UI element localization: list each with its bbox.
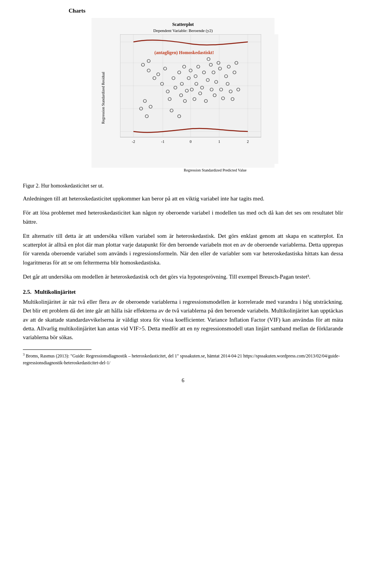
section-heading: 2.5. Multikolinjäritet [23,289,343,295]
scatterplot-subtitle: Dependent Variable: Beroende (y2) [95,28,271,33]
section-number: 2.5. [23,289,32,295]
paragraph-1: Anledningen till att heteroskedasticitet… [23,194,343,203]
svg-text:0: 0 [190,139,192,144]
scatterplot-svg: 2 1 0 -1 -2 -2 -1 0 1 2 [120,34,261,149]
scatterplot-wrapper: Scatterplot Dependent Variable: Beroende… [92,18,274,168]
y-axis-label: Regression Standardized Residual [101,74,105,124]
footnote-divider [23,349,92,350]
page-number: 6 [23,378,343,384]
footnote-text: 3 Broms, Rasmus (2013): "Guide: Regressi… [23,352,343,366]
svg-text:-2: -2 [132,139,135,144]
svg-text:-1: -1 [161,139,164,144]
svg-text:1: 1 [218,139,220,144]
paragraph-3: Ett alternativ till detta är att undersö… [23,232,343,267]
section-paragraph-1: Multikolinjäritet är när två eller flera… [23,298,343,342]
x-axis-label: Regression Standardized Predicted Value [184,168,246,172]
charts-heading: Charts [69,8,343,14]
svg-text:2: 2 [247,139,249,144]
scatterplot-area: Regression Standardized Residual [114,34,278,164]
chart-container: Scatterplot Dependent Variable: Beroende… [23,18,343,168]
figcaption: Figur 2. Hur homoskedasticitet ser ut. [23,183,343,189]
scatterplot-title: Scatterplot [95,22,271,27]
section-title: Multikolinjäritet [34,289,75,295]
paragraph-4: Det går att undersöka om modellen är het… [23,272,343,281]
footnote-content: Broms, Rasmus (2013): "Guide: Regression… [23,353,340,365]
svg-text:(antagligen) Homoskedastiskt!: (antagligen) Homoskedastiskt! [154,50,214,55]
footnote-number: 3 [23,352,25,356]
paragraph-2: För att lösa problemet med heteroskedast… [23,208,343,226]
